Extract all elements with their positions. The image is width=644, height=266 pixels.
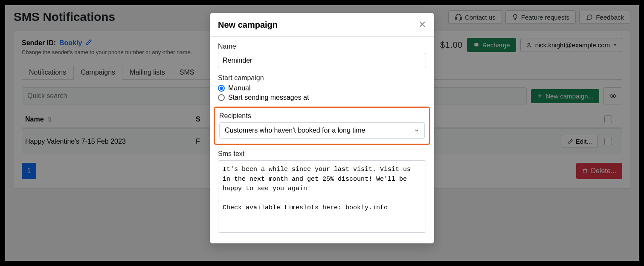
- recipients-label: Recipients: [219, 112, 425, 120]
- recipients-section-highlight: Recipients Customers who haven't booked …: [214, 107, 430, 145]
- modal-title: New campaign: [218, 20, 278, 30]
- radio-manual[interactable]: [218, 85, 225, 92]
- radio-scheduled[interactable]: [218, 94, 225, 101]
- recipients-select[interactable]: Customers who haven't booked for a long …: [219, 122, 425, 139]
- sms-text-input[interactable]: [218, 160, 426, 233]
- close-icon[interactable]: ✕: [418, 19, 426, 30]
- radio-scheduled-label: Start sending messages at: [228, 94, 309, 101]
- sms-text-label: Sms text: [218, 150, 426, 158]
- campaign-name-input[interactable]: [218, 53, 426, 68]
- name-label: Name: [218, 43, 426, 50]
- new-campaign-modal: New campaign ✕ Name Start campaign Manua…: [210, 13, 434, 243]
- radio-manual-label: Manual: [228, 84, 250, 92]
- start-campaign-label: Start campaign: [218, 74, 426, 82]
